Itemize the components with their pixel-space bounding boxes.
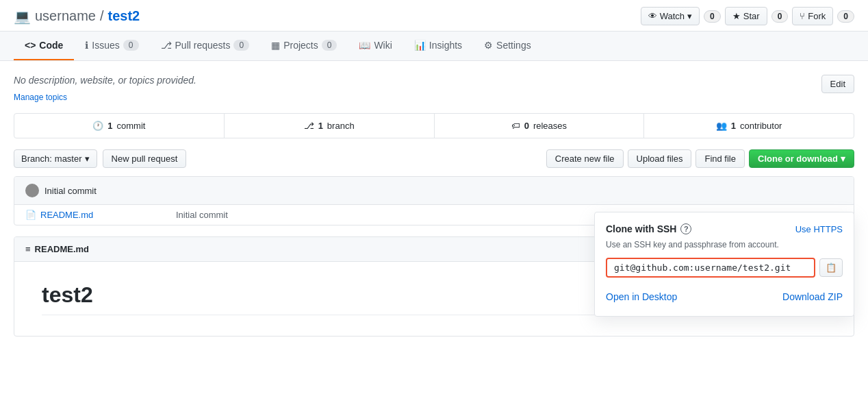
- readme-icon: ≡: [25, 244, 31, 254]
- projects-icon: ▦: [271, 40, 280, 51]
- tab-code-label: Code: [39, 40, 63, 51]
- commits-icon: 🕐: [92, 121, 103, 131]
- releases-label: releases: [533, 121, 567, 131]
- clone-or-download-button[interactable]: Clone or download ▾: [749, 149, 854, 168]
- clone-title-label: Clone with SSH: [606, 223, 676, 234]
- latest-commit-row: Initial commit: [14, 177, 854, 205]
- help-icon[interactable]: ?: [680, 223, 691, 234]
- clone-dropdown-header: Clone with SSH ? Use HTTPS: [606, 223, 843, 234]
- watch-button[interactable]: 👁 Watch ▾: [641, 7, 700, 25]
- contributors-stat[interactable]: 👥 1 contributor: [644, 114, 854, 138]
- pull-requests-count: 0: [233, 40, 249, 51]
- tab-wiki[interactable]: 📖 Wiki: [348, 32, 403, 60]
- create-new-file-button[interactable]: Create new file: [546, 149, 624, 168]
- tab-issues[interactable]: ℹ Issues 0: [74, 32, 149, 60]
- pull-requests-icon: ⎇: [161, 40, 172, 51]
- wiki-icon: 📖: [359, 40, 370, 51]
- branch-selector[interactable]: Branch: master ▾: [14, 149, 97, 168]
- tab-settings-label: Settings: [496, 40, 531, 51]
- file-icon: 📄: [25, 210, 36, 220]
- repo-actions: 👁 Watch ▾ 0 ★ Star 0 ⑂ Fork 0: [641, 7, 854, 25]
- branches-count: 1: [318, 121, 323, 131]
- open-in-desktop-button[interactable]: Open in Desktop: [606, 289, 677, 305]
- commits-stat[interactable]: 🕐 1 commit: [14, 114, 225, 138]
- fork-label: Fork: [808, 11, 826, 21]
- watch-count: 0: [704, 10, 721, 23]
- readme-header-label: README.md: [35, 244, 89, 254]
- issues-icon: ℹ: [85, 40, 88, 51]
- tab-wiki-label: Wiki: [374, 40, 392, 51]
- star-icon: ★: [732, 11, 741, 21]
- eye-icon: 👁: [648, 11, 657, 21]
- copy-url-button[interactable]: 📋: [819, 258, 843, 277]
- fork-button[interactable]: ⑂ Fork: [792, 7, 833, 25]
- chevron-down-icon: ▾: [687, 11, 692, 21]
- repo-owner[interactable]: username: [35, 8, 96, 24]
- branch-name-label: master: [55, 154, 82, 164]
- repo-icon: 💻: [14, 8, 31, 25]
- repo-title: 💻 username / test2: [14, 8, 140, 25]
- avatar: [25, 184, 39, 197]
- tag-icon: 🏷: [511, 121, 520, 131]
- releases-stat[interactable]: 🏷 0 releases: [435, 114, 645, 138]
- branch-icon: ⎇: [304, 121, 314, 131]
- branches-stat[interactable]: ⎇ 1 branch: [225, 114, 435, 138]
- projects-count: 0: [322, 40, 337, 51]
- branches-label: branch: [327, 121, 355, 131]
- tab-code[interactable]: <> Code: [14, 32, 74, 60]
- branch-controls: Branch: master ▾ New pull request Create…: [14, 149, 854, 168]
- branch-left: Branch: master ▾ New pull request: [14, 149, 186, 168]
- repo-description: No description, website, or topics provi…: [14, 75, 854, 86]
- repo-separator: /: [100, 8, 104, 24]
- settings-icon: ⚙: [484, 40, 493, 51]
- stats-bar: 🕐 1 commit ⎇ 1 branch 🏷 0 releases 👥 1 c…: [14, 113, 854, 138]
- branch-prefix-label: Branch:: [21, 154, 52, 164]
- repo-header: 💻 username / test2 👁 Watch ▾ 0 ★ Star 0 …: [0, 0, 868, 32]
- file-name-readme[interactable]: 📄 README.md: [25, 210, 162, 220]
- contributors-icon: 👥: [716, 121, 727, 131]
- chevron-down-icon: ▾: [85, 154, 90, 164]
- file-name-label: README.md: [40, 210, 93, 220]
- tab-issues-label: Issues: [92, 40, 119, 51]
- tab-insights[interactable]: 📊 Insights: [403, 32, 473, 60]
- use-https-link[interactable]: Use HTTPS: [795, 224, 843, 234]
- code-icon: <>: [25, 40, 36, 51]
- contributors-count: 1: [731, 121, 736, 131]
- commits-count: 1: [107, 121, 112, 131]
- new-pull-request-button[interactable]: New pull request: [103, 149, 187, 168]
- star-button[interactable]: ★ Star: [725, 7, 767, 25]
- tab-insights-label: Insights: [429, 40, 462, 51]
- watch-label: Watch: [660, 11, 685, 21]
- clone-or-download-label: Clone or download: [758, 154, 838, 164]
- releases-count: 0: [524, 121, 529, 131]
- contributors-label: contributor: [740, 121, 782, 131]
- fork-count: 0: [837, 10, 854, 23]
- tab-settings[interactable]: ⚙ Settings: [473, 32, 542, 60]
- commits-label: commit: [117, 121, 146, 131]
- tab-pull-requests[interactable]: ⎇ Pull requests 0: [150, 32, 261, 60]
- edit-button[interactable]: Edit: [821, 75, 854, 93]
- main-content: No description, website, or topics provi…: [0, 61, 868, 350]
- clone-actions: Open in Desktop Download ZIP: [606, 289, 843, 305]
- clipboard-icon: 📋: [826, 262, 837, 273]
- star-count: 0: [771, 10, 789, 23]
- download-zip-button[interactable]: Download ZIP: [782, 289, 843, 305]
- clone-url-input[interactable]: [606, 258, 815, 278]
- nav-tabs: <> Code ℹ Issues 0 ⎇ Pull requests 0 ▦ P…: [0, 32, 868, 61]
- repo-name[interactable]: test2: [108, 8, 140, 24]
- branch-right: Create new file Upload files Find file C…: [546, 149, 854, 168]
- chevron-down-icon: ▾: [841, 154, 845, 164]
- clone-dropdown: Clone with SSH ? Use HTTPS Use an SSH ke…: [594, 212, 854, 317]
- commit-message: Initial commit: [44, 186, 97, 196]
- tab-pull-requests-label: Pull requests: [175, 40, 231, 51]
- tab-projects[interactable]: ▦ Projects 0: [260, 32, 348, 60]
- clone-url-row: 📋: [606, 258, 843, 278]
- manage-topics-link[interactable]: Manage topics: [14, 93, 67, 102]
- find-file-button[interactable]: Find file: [695, 149, 745, 168]
- insights-icon: 📊: [414, 40, 426, 51]
- issues-count: 0: [123, 40, 139, 51]
- clone-title: Clone with SSH ?: [606, 223, 691, 234]
- upload-files-button[interactable]: Upload files: [628, 149, 692, 168]
- star-label: Star: [743, 11, 760, 21]
- fork-icon: ⑂: [800, 11, 805, 21]
